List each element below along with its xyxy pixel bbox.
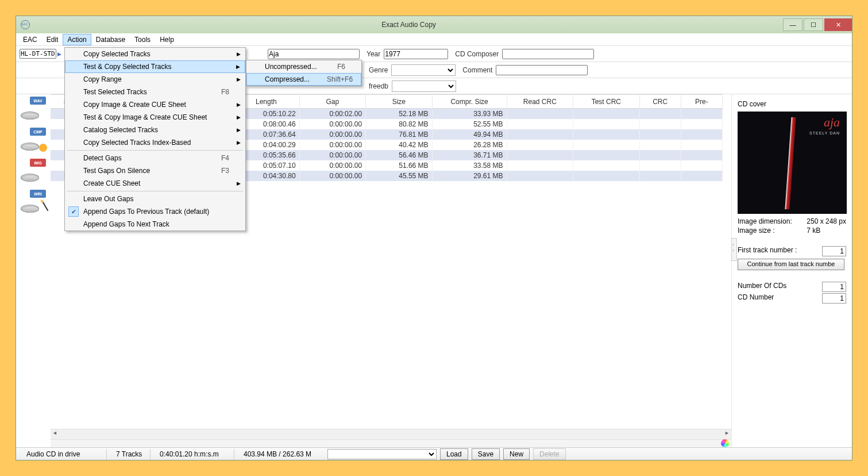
menu-item[interactable]: Uncompressed...F6 (246, 60, 361, 73)
statusbar: Audio CD in drive 7 Tracks 0:40:01.20 h:… (16, 447, 852, 460)
genre-select[interactable] (391, 64, 456, 76)
close-button[interactable]: ✕ (824, 18, 852, 31)
menu-item[interactable]: Create CUE Sheet▶ (65, 177, 245, 190)
genre-label: Genre (363, 66, 390, 74)
menu-help[interactable]: Help (155, 34, 179, 45)
col-header[interactable]: CRC (639, 95, 681, 109)
maximize-button[interactable]: ☐ (804, 18, 823, 31)
continue-button[interactable]: Continue from last track numbe (738, 259, 844, 270)
menu-item[interactable]: Copy Range▶ (65, 73, 245, 86)
cd-number-input[interactable] (822, 293, 846, 304)
menu-item[interactable]: Copy Image & Create CUE Sheet▶ (65, 98, 245, 111)
busy-icon (721, 439, 729, 447)
cdn-label: CD Number (738, 293, 821, 304)
menu-item[interactable]: Append Gaps To Next Track (65, 218, 245, 231)
menu-item[interactable]: Copy Selected Tracks Index-Based▶ (65, 136, 245, 149)
num-cds-input[interactable] (822, 282, 846, 292)
progress-bar (51, 439, 731, 447)
menu-database[interactable]: Database (91, 34, 130, 45)
comment-input[interactable] (496, 65, 588, 75)
img-icon[interactable]: IMG (20, 159, 47, 183)
ncd-label: Number Of CDs (738, 282, 821, 292)
menu-item[interactable]: Compressed...Shift+F6 (246, 73, 361, 86)
panel-expander[interactable] (731, 238, 737, 261)
side-toolbar: WAVCMPIMGWRI (16, 94, 51, 447)
status-drive: Audio CD in drive (21, 449, 107, 459)
profile-select[interactable] (327, 449, 437, 459)
cover-label: CD cover (738, 100, 846, 108)
freedb-select[interactable] (392, 80, 456, 92)
ftn-label: First track number : (738, 246, 821, 256)
window-title: Exact Audio Copy (34, 21, 783, 29)
composer-label: CD Composer (449, 50, 501, 58)
menu-edit[interactable]: Edit (42, 34, 63, 45)
first-track-input[interactable] (822, 246, 846, 256)
menu-item[interactable]: Test & Copy Selected Tracks▶ (65, 60, 245, 73)
dim-value: 250 x 248 px (807, 217, 846, 225)
menu-item[interactable]: Test Gaps On SilenceF3 (65, 164, 245, 177)
isize-label: Image size : (738, 227, 805, 235)
menu-item[interactable]: Test & Copy Image & Create CUE Sheet▶ (65, 111, 245, 124)
load-button[interactable]: Load (440, 448, 468, 460)
col-header[interactable]: Pre- (681, 95, 722, 109)
menu-item[interactable]: ✔Append Gaps To Previous Track (default) (65, 205, 245, 218)
side-panel: CD cover aja STEELY DAN Image dimension:… (731, 94, 852, 447)
col-header[interactable]: Read CRC (507, 95, 573, 109)
menu-item[interactable]: Copy Selected Tracks▶ (65, 48, 245, 60)
col-header[interactable]: Size (366, 95, 433, 109)
save-button[interactable]: Save (472, 448, 500, 460)
menubar: EACEditActionDatabaseToolsHelp (16, 33, 852, 46)
cmp-icon[interactable]: CMP (20, 128, 47, 152)
app-logo-icon (21, 20, 30, 29)
freedb-label: freedb (363, 82, 391, 90)
action-menu[interactable]: Copy Selected Tracks▶Test & Copy Selecte… (64, 47, 246, 231)
col-header[interactable]: Test CRC (573, 95, 640, 109)
year-label: Year (361, 50, 383, 58)
play-icon[interactable]: ▶ (57, 51, 63, 57)
new-button[interactable]: New (503, 448, 530, 460)
menu-item[interactable]: Catalog Selected Tracks▶ (65, 124, 245, 136)
status-tracks: 7 Tracks (110, 449, 151, 459)
dim-label: Image dimension: (738, 217, 805, 225)
menu-action[interactable]: Action (63, 34, 91, 45)
menu-item[interactable]: Leave Out Gaps (65, 193, 245, 205)
status-size: 403.94 MB / 262.63 M (238, 449, 324, 459)
menu-item[interactable]: Test Selected TracksF8 (65, 86, 245, 98)
wav-icon[interactable]: WAV (20, 97, 47, 121)
col-header[interactable]: Gap (299, 95, 366, 109)
cd-cover-image[interactable]: aja STEELY DAN (738, 112, 847, 214)
col-header[interactable]: Compr. Size (432, 95, 507, 109)
minimize-button[interactable]: — (783, 18, 803, 31)
wri-icon[interactable]: WRI (20, 190, 47, 214)
composer-input[interactable] (502, 49, 594, 59)
action-submenu[interactable]: Uncompressed...F6Compressed...Shift+F6 (246, 60, 362, 86)
drive-field[interactable] (20, 49, 56, 59)
menu-tools[interactable]: Tools (130, 34, 155, 45)
titlebar: Exact Audio Copy — ☐ ✕ (16, 16, 852, 33)
isize-value: 7 kB (807, 227, 846, 235)
delete-button: Delete (533, 448, 566, 460)
album-input[interactable] (268, 49, 360, 59)
status-time: 0:40:01.20 h:m:s.m (154, 449, 234, 459)
year-input[interactable] (384, 49, 448, 59)
menu-eac[interactable]: EAC (18, 34, 42, 45)
comment-label: Comment (457, 66, 495, 74)
horizontal-scrollbar[interactable] (51, 429, 731, 439)
menu-item[interactable]: Detect GapsF4 (65, 152, 245, 164)
